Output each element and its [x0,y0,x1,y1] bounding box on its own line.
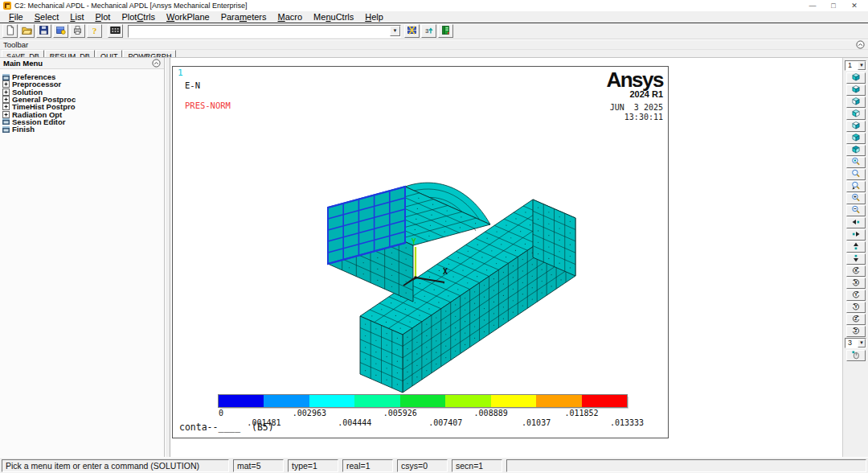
maximize-button[interactable]: □ [823,0,844,11]
rotate-rate-combo-arrow[interactable]: ▼ [858,339,866,348]
menu-parameters[interactable]: Parameters [215,11,272,23]
legend-value-label: .001481 [247,418,280,427]
pan-right-icon [851,229,861,241]
menu-plotctrls[interactable]: PlotCtrls [116,11,161,23]
legend-segment-9 [582,395,627,407]
graphics-area: 1 E-N PRES-NORM YX Ansys 2024 R1 JUN 3 2… [170,58,842,457]
panel-splitter[interactable] [165,58,170,457]
rotate-rate-combo[interactable]: 3▼ [845,338,866,348]
oblique-view-button[interactable] [846,84,866,96]
zoom-in-button[interactable] [846,193,866,204]
menu-workplane[interactable]: WorkPlane [161,11,215,23]
pan-up-button[interactable] [846,241,866,253]
dialog-icon [2,126,10,133]
legend-value-label: .013333 [610,418,644,427]
rotate-y-neg-icon: Y [851,302,861,314]
save-db-button[interactable] [36,24,51,38]
status-field-real: real=1 [342,459,393,472]
status-field-type: type=1 [288,459,338,472]
raise-hidden-icon [407,25,417,38]
window-title: C2: Mechanical APDL - Mechanical APDL [A… [14,2,247,10]
pan-right-button[interactable] [846,229,866,241]
front-view-button[interactable] [846,97,866,108]
expand-plus-icon[interactable] [2,111,10,118]
expand-plus-icon[interactable] [2,103,10,110]
abbr-button-quit[interactable]: QUIT [96,50,123,58]
pan-down-button[interactable] [846,253,866,265]
svg-text:Y: Y [411,237,416,246]
rotate-y-neg-button[interactable]: Y [846,302,866,313]
iso-view-icon [851,72,861,84]
legend-value-label: .01037 [522,418,551,427]
expand-plus-icon[interactable] [2,88,10,96]
reset-picking-button[interactable]: 3 [421,24,436,38]
window-controls: — □ ✕ [802,0,865,11]
svg-text:X: X [854,268,857,273]
menu-menuctrls[interactable]: MenuCtrls [308,11,359,23]
title-bar: C2: Mechanical APDL - Mechanical APDL [A… [0,0,868,11]
toolbar-collapse-icon[interactable] [856,40,865,49]
new-file-button[interactable] [2,24,18,38]
rotate-y-pos-button[interactable]: Y [846,290,866,301]
menu-file[interactable]: File [3,11,29,23]
plot-date: JUN 3 2025 [606,103,663,113]
legend-segment-7 [491,395,536,407]
expand-plus-icon[interactable] [2,80,10,88]
view-control-toolbar: 1▼XXYYZZ3▼ [842,58,868,457]
rotate-x-neg-icon: X [851,278,861,290]
menu-macro[interactable]: Macro [272,11,309,23]
dynamic-mode-icon [851,350,861,362]
abbr-button-powrgrph[interactable]: POWRGRPH [123,50,176,58]
graphics-window-combo[interactable]: 1▼ [845,60,866,71]
zoom-button[interactable] [846,169,866,180]
svg-text:Y: Y [854,292,857,297]
svg-text:Z: Z [854,316,857,321]
right-view-icon [851,109,861,121]
status-field-empty [506,459,866,472]
close-button[interactable]: ✕ [844,0,865,11]
minimize-button[interactable]: — [802,0,823,11]
print-button[interactable] [70,24,85,38]
rotate-z-pos-button[interactable]: Z [846,314,866,325]
expand-plus-icon[interactable] [2,96,10,103]
fea-model: YX [173,67,669,439]
back-view-button[interactable] [846,133,866,144]
status-field-mat: mat=5 [233,459,284,472]
bottom-view-icon [851,145,861,157]
command-dropdown-arrow[interactable]: ▼ [390,26,400,36]
abbr-button-resum_db[interactable]: RESUM_DB [45,50,95,58]
menu-help[interactable]: Help [359,11,389,23]
plot-window[interactable]: 1 E-N PRES-NORM YX Ansys 2024 R1 JUN 3 2… [172,66,669,438]
bottom-view-button[interactable] [846,145,866,156]
zoom-out-button[interactable] [846,205,866,216]
graphics-window-combo-arrow[interactable]: ▼ [858,61,866,70]
rotate-z-neg-button[interactable]: Z [846,326,866,337]
iso-view-button[interactable] [846,72,866,84]
status-message: Pick a menu item or enter a command (SOL… [2,459,229,472]
zoom-window-button[interactable] [846,157,866,168]
contact-manager-button[interactable] [438,24,453,38]
help-icon: ? [89,25,100,38]
status-bar: Pick a menu item or enter a command (SOL… [0,457,868,473]
command-combobox: ▼ [128,25,401,38]
menu-select[interactable]: Select [29,11,65,23]
right-view-button[interactable] [846,109,866,120]
main-menu-collapse-icon[interactable] [152,59,161,68]
command-prompt-button[interactable] [108,24,123,38]
report-generator-button[interactable] [53,24,68,38]
rotate-x-pos-button[interactable]: X [846,265,866,277]
menu-plot[interactable]: Plot [89,11,116,23]
open-file-button[interactable] [19,24,35,38]
menu-list[interactable]: List [64,11,89,23]
main-menu-item-finish[interactable]: Finish [2,125,162,133]
dynamic-mode-button[interactable] [846,350,866,361]
command-input[interactable] [129,26,388,36]
top-view-button[interactable] [846,121,866,132]
abbr-button-save_db[interactable]: SAVE_DB [2,50,44,58]
raise-hidden-button[interactable] [404,24,420,38]
rotate-x-neg-button[interactable]: X [846,278,866,289]
help-button[interactable]: ? [87,24,102,38]
legend-value-label: .004444 [338,418,371,427]
pan-left-button[interactable] [846,217,866,228]
zoom-back-button[interactable] [846,181,866,192]
